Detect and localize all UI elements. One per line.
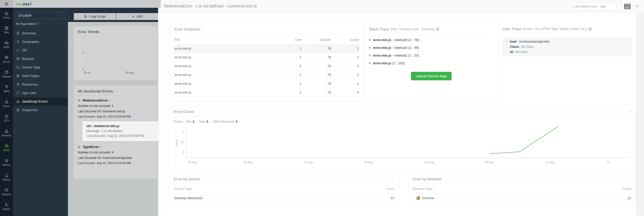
rail-item-aws[interactable]: AWS (0, 81, 13, 96)
monitor-selector[interactable]: ZYLKER (16, 12, 65, 19)
user-trace-subtitle: [Action - Url / HTML Tags ( Name | Class… (523, 27, 586, 31)
time-range-value: Last Week (sun - sat) (574, 4, 606, 8)
x-tick-label: 29-Aug (424, 161, 433, 164)
upload-source-map-button[interactable]: Upload Source Map (411, 72, 452, 80)
chart-menu-icon[interactable] (627, 110, 632, 113)
instance-last-occured: Last Occured : Aug 31, 2019 10:59:59 PM (87, 134, 157, 138)
close-icon[interactable]: ✕ (635, 3, 639, 9)
nav-rail: Home Web APM Server VMware AWS Azure GCP… (0, 8, 13, 216)
sidebar-item-summary[interactable]: Summary (13, 29, 68, 37)
refresh-icon (16, 91, 20, 95)
main-content: ReferenceError : c is not defined - /rum… (161, 0, 644, 216)
table-row[interactable]: error.min.js1781 (174, 53, 359, 62)
sidebar-item-javascript-errors[interactable]: JavaScript Errors (13, 97, 68, 106)
all-js-errors-panel: All JavaScript Errors ReferenceError : N… (74, 85, 157, 179)
table-row[interactable]: error.min.js1782 (174, 79, 359, 88)
user-trace-entry-toggle[interactable]: load - /rum/sourcemap.html (506, 40, 629, 43)
rail-item-network[interactable]: Network (0, 126, 13, 140)
x-tick-label: 26-Aug (125, 71, 134, 74)
col-count[interactable]: Count (331, 35, 359, 44)
scrollbar-track[interactable] (158, 8, 161, 216)
sidebar-item-geographic[interactable]: Geographic› (13, 37, 68, 46)
col-column[interactable]: Column (302, 35, 332, 44)
sidebar-item-browser[interactable]: Browser (13, 55, 68, 63)
rail-item-rum[interactable]: RUM (0, 140, 13, 155)
x-tick-label: 01. (607, 161, 611, 164)
site24x7-rum-screen: Site24x7 Home Web APM Server VMware AWS … (0, 0, 644, 216)
divider (78, 36, 153, 36)
error-by-browser-table: Browser Type Count ›Chrome 12 (413, 184, 632, 203)
instances-stack-row: Error Instances File Line Column Count (169, 23, 499, 101)
copy-script-button[interactable]: Copy Script (74, 13, 116, 20)
stat-min: Min2 (186, 120, 194, 124)
error-trends-title: Error Trends (74, 26, 157, 36)
sidebar-item-device-type[interactable]: Device Type (13, 63, 68, 72)
monitor-actions: Copy Script Edit (74, 13, 158, 20)
tags-label: No Tags Added (16, 22, 68, 25)
rail-item-home[interactable]: Home (0, 8, 13, 22)
monitor-toolbar: Copy Script Edit (68, 8, 158, 22)
table-row[interactable]: Desktop Macintosh 12 (174, 193, 395, 203)
browser-icon (16, 57, 20, 60)
divider (78, 168, 153, 168)
sidebar-item-resources[interactable]: Resources (13, 80, 68, 89)
server-icon (4, 55, 9, 60)
rail-item-azure[interactable]: Azure (0, 96, 13, 111)
chevron-right-icon[interactable]: › (413, 196, 414, 200)
app-launcher-icon[interactable] (0, 0, 13, 8)
rail-item-admin[interactable]: Admin (0, 199, 13, 214)
sidebar-item-web-pages[interactable]: Web Pages (13, 72, 68, 80)
bullet-icon (369, 62, 371, 64)
urls-occured: Number of urls occured: 1 (78, 104, 153, 108)
table-row[interactable]: error.min.js1781 (174, 44, 359, 53)
last-occured-time: Last Occured - Aug 31, 2019 10:59:59 PM (78, 115, 153, 118)
x-tick-label: 30-Aug (485, 161, 494, 164)
chrome-browser-icon (416, 196, 420, 200)
sidebar-item-snapshots[interactable]: Snapshots (13, 106, 68, 114)
stack-trace-title: Stack Trace (369, 27, 389, 31)
user-trace-panel: User Trace [Action - Url / HTML Tags ( N… (502, 23, 632, 101)
vmware-icon (4, 70, 9, 74)
sidebar-item-ajax-calls[interactable]: Ajax calls (13, 89, 68, 97)
rail-item-alarms[interactable]: Alarms (0, 170, 13, 184)
selected-error-instance[interactable]: Url : /rum/error.min.js Message : c is n… (83, 121, 161, 141)
detail-header: ReferenceError : c is not defined - /rum… (161, 0, 644, 13)
col-line[interactable]: Line (278, 35, 302, 44)
user-trace-id: Id:No Data (510, 50, 629, 54)
rail-item-gcp[interactable]: GCP (0, 111, 13, 126)
rail-item-apm[interactable]: APM (0, 37, 13, 52)
sidebar-item-isp[interactable]: ISP (13, 46, 68, 55)
table-row[interactable]: error.min.js1782 (174, 62, 359, 71)
rail-item-reports[interactable]: Reports (0, 184, 13, 199)
error-group-toggle[interactable]: TypeError : (78, 145, 153, 149)
stat-p95: 95th Percentile5 (213, 120, 237, 124)
time-range-selector[interactable]: Last Week (sun - sat) (571, 2, 621, 10)
monitor-icon (16, 66, 20, 69)
globe-icon (16, 74, 20, 78)
info-icon[interactable] (436, 27, 439, 31)
metrics-layers-icon (4, 158, 9, 163)
error-group-reference-error: ReferenceError : Number of urls occured:… (74, 96, 157, 119)
col-device-type: Device Type (174, 184, 340, 193)
edit-button[interactable]: Edit (116, 13, 158, 20)
rail-item-server[interactable]: Server (0, 52, 13, 67)
export-pdf-icon[interactable] (624, 4, 631, 9)
isp-icon (16, 49, 20, 52)
error-group-toggle[interactable]: ReferenceError : (78, 98, 153, 102)
rail-item-vmware[interactable]: VMware (0, 67, 13, 81)
table-header-row: Browser Type Count (413, 184, 632, 193)
info-icon[interactable] (588, 27, 592, 31)
user-trace-class: Class:No Data (510, 45, 629, 49)
rail-item-metrics[interactable]: Metrics (0, 155, 13, 170)
col-file[interactable]: File (174, 35, 278, 44)
warning-triangle-icon (16, 100, 20, 103)
table-row[interactable]: ›Chrome 12 (413, 193, 632, 203)
error-instances-panel: Error Instances File Line Column Count (169, 23, 364, 101)
divider (369, 34, 494, 34)
table-row[interactable]: error.min.js1782 (174, 71, 359, 79)
col-count: Count (565, 184, 632, 193)
instance-message: Message : c is not defined (87, 129, 157, 133)
table-row[interactable]: error.min.js1784 (174, 88, 359, 97)
rail-item-web[interactable]: Web (0, 22, 13, 37)
overview-column: Error Trends 5 0 25-A.. 26-Aug All JavaS… (68, 22, 158, 216)
